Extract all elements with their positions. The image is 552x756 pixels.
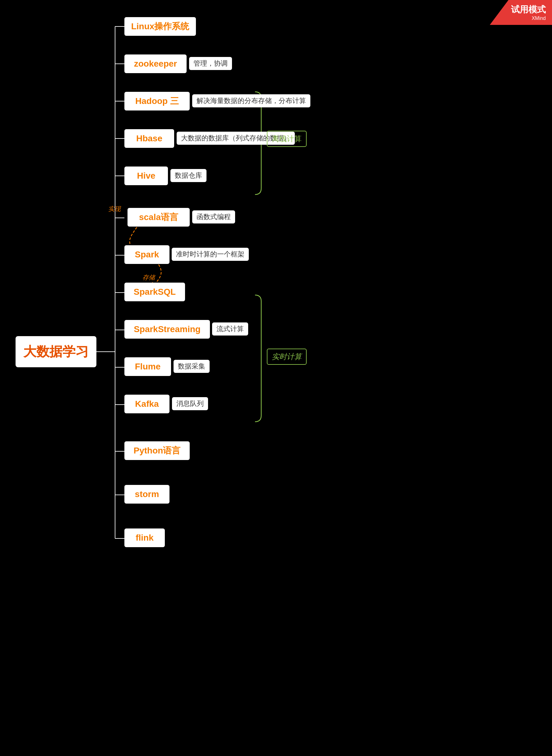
node-python[interactable]: Python语言 <box>124 441 190 460</box>
sub-scala: 函数式编程 <box>192 210 235 223</box>
annotation-shixian: 实现 <box>108 205 121 213</box>
sub-hadoop: 解决海量数据的分布存储，分布计算 <box>192 94 310 107</box>
node-flume[interactable]: Flume <box>124 357 171 376</box>
node-sparkstreaming[interactable]: SparkStreaming <box>124 320 210 339</box>
node-hadoop-label: Hadoop 三 <box>135 95 179 107</box>
node-hbase[interactable]: Hbase <box>124 129 174 148</box>
node-hive-label: Hive <box>137 171 155 181</box>
node-spark-label: Spark <box>135 250 159 259</box>
trial-title: 试用模式 <box>511 4 546 16</box>
group-realtime: 实时计算 <box>267 349 307 365</box>
node-kafka[interactable]: Kafka <box>124 395 169 413</box>
node-zookeeper-label: zookeeper <box>134 59 177 69</box>
node-zookeeper[interactable]: zookeeper <box>124 55 186 73</box>
sub-sparkstreaming: 流式计算 <box>212 322 248 335</box>
node-spark[interactable]: Spark <box>124 245 169 264</box>
node-flink[interactable]: flink <box>124 529 165 547</box>
trial-subtitle: XMind <box>532 16 546 21</box>
sub-kafka: 消息队列 <box>172 397 208 410</box>
sub-flume: 数据采集 <box>173 360 210 373</box>
trial-banner: 试用模式 XMind <box>490 0 552 25</box>
sub-spark: 准时时计算的一个框架 <box>172 248 249 261</box>
node-kafka-label: Kafka <box>135 399 159 409</box>
node-storm[interactable]: storm <box>124 485 169 504</box>
sub-zookeeper: 管理，协调 <box>189 57 232 70</box>
node-flink-label: flink <box>136 533 154 543</box>
sub-hive: 数据仓库 <box>170 169 206 182</box>
annotation-cunchu: 存储 <box>142 273 155 282</box>
connector-lines <box>0 0 552 756</box>
node-flume-label: Flume <box>135 362 160 371</box>
root-label: 大数据学习 <box>23 343 89 360</box>
node-linux-label: Linux操作系统 <box>131 20 189 32</box>
node-scala-label: scala语言 <box>139 211 178 223</box>
node-hadoop[interactable]: Hadoop 三 <box>124 92 190 110</box>
node-python-label: Python语言 <box>134 445 181 457</box>
mind-map: 试用模式 XMind <box>0 0 552 756</box>
node-sparksql[interactable]: SparkSQL <box>124 283 185 301</box>
node-sparkstreaming-label: SparkStreaming <box>134 324 200 334</box>
node-hive[interactable]: Hive <box>124 167 168 185</box>
node-scala[interactable]: scala语言 <box>128 208 190 227</box>
node-hbase-label: Hbase <box>136 133 162 143</box>
node-sparksql-label: SparkSQL <box>134 287 176 297</box>
node-linux[interactable]: Linux操作系统 <box>124 17 196 36</box>
group-offline: 离线计算 <box>267 131 307 147</box>
node-storm-label: storm <box>135 489 159 499</box>
root-node: 大数据学习 <box>16 336 97 367</box>
